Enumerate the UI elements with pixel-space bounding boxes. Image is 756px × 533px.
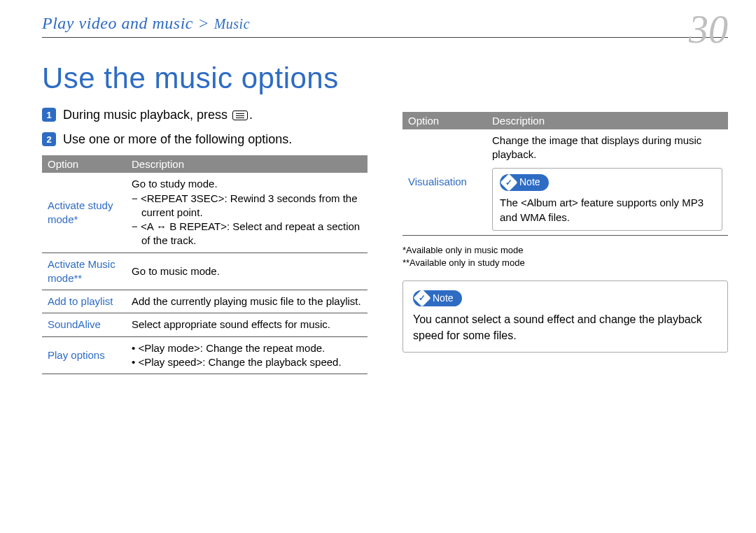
left-column: 1 During music playback, press . 2 Use o…: [42, 106, 368, 374]
option-name: Add to playlist: [42, 290, 126, 313]
option-name: Play options: [42, 336, 126, 374]
page: Play video and music > Music 30 Use the …: [0, 0, 756, 533]
menu-icon: [232, 111, 248, 120]
note-badge: ✓ Note: [500, 174, 549, 191]
right-column: Option Description Visualisation Change …: [402, 106, 728, 374]
step-1-pre: During music playback, press: [63, 108, 231, 122]
breadcrumb: Play video and music > Music: [42, 14, 250, 32]
table-row: Add to playlist Add the currently playin…: [42, 290, 368, 313]
step-2-text: Use one or more of the following options…: [63, 131, 292, 148]
step-1: 1 During music playback, press .: [42, 106, 368, 124]
header-divider: [42, 37, 728, 38]
breadcrumb-sub: Music: [214, 16, 250, 31]
options-table-left: Option Description Activate study mode* …: [42, 155, 368, 374]
note-badge: ✓ Note: [413, 290, 462, 307]
page-title: Use the music options: [42, 62, 728, 95]
step-1-text: During music playback, press .: [63, 106, 253, 124]
table-row: Activate study mode* Go to study mode. −…: [42, 173, 368, 253]
desc-line: − <REPEAT 3SEC>: Rewind 3 seconds from t…: [132, 192, 362, 220]
note-text: You cannot select a sound effect and cha…: [413, 312, 718, 343]
options-table-right: Option Description Visualisation Change …: [402, 112, 728, 236]
breadcrumb-main: Play video and music >: [42, 14, 209, 32]
option-desc: Select appropriate sound effects for mus…: [126, 313, 368, 336]
step-badge-1: 1: [42, 108, 56, 122]
step-badge-2: 2: [42, 132, 56, 146]
th-description: Description: [126, 155, 368, 173]
option-desc: Change the image that displays during mu…: [486, 129, 728, 235]
desc-line: Change the image that displays during mu…: [492, 134, 722, 162]
table-row: SoundAlive Select appropriate sound effe…: [42, 313, 368, 336]
check-icon: ✓: [500, 173, 517, 191]
step-2: 2 Use one or more of the following optio…: [42, 131, 368, 148]
option-desc: Go to music mode.: [126, 253, 368, 290]
th-option: Option: [402, 112, 486, 129]
option-name: Activate study mode*: [42, 173, 126, 253]
note-box: ✓ Note You cannot select a sound effect …: [402, 280, 728, 353]
th-description: Description: [486, 112, 728, 129]
option-name: Visualisation: [402, 129, 486, 235]
option-desc: Go to study mode. − <REPEAT 3SEC>: Rewin…: [126, 173, 368, 253]
desc-line: • <Play speed>: Change the playback spee…: [132, 355, 362, 369]
footnote-line: **Available only in study mode: [402, 257, 728, 269]
desc-line: • <Play mode>: Change the repeat mode.: [132, 341, 362, 355]
header: Play video and music > Music 30: [42, 14, 728, 49]
table-row: Visualisation Change the image that disp…: [402, 129, 728, 235]
option-desc: • <Play mode>: Change the repeat mode. •…: [126, 336, 368, 374]
check-icon: ✓: [413, 290, 430, 307]
page-number: 30: [689, 7, 728, 52]
option-name: SoundAlive: [42, 313, 126, 336]
note-label: Note: [519, 176, 540, 190]
step-1-post: .: [249, 108, 253, 122]
desc-line: − <A ↔ B REPEAT>: Select and repeat a se…: [132, 220, 362, 248]
note-text: The <Album art> feature supports only MP…: [500, 195, 715, 225]
footnote-line: *Available only in music mode: [402, 244, 728, 257]
table-row: Activate Music mode** Go to music mode.: [42, 253, 368, 290]
table-row: Play options • <Play mode>: Change the r…: [42, 336, 368, 374]
note-box: ✓ Note The <Album art> feature supports …: [492, 168, 722, 231]
th-option: Option: [42, 155, 126, 173]
option-desc: Add the currently playing music file to …: [126, 290, 368, 313]
footnotes: *Available only in music mode **Availabl…: [402, 244, 728, 269]
content-columns: 1 During music playback, press . 2 Use o…: [42, 106, 728, 374]
option-name: Activate Music mode**: [42, 253, 126, 290]
desc-line: Go to study mode.: [132, 178, 218, 190]
note-label: Note: [433, 292, 454, 306]
